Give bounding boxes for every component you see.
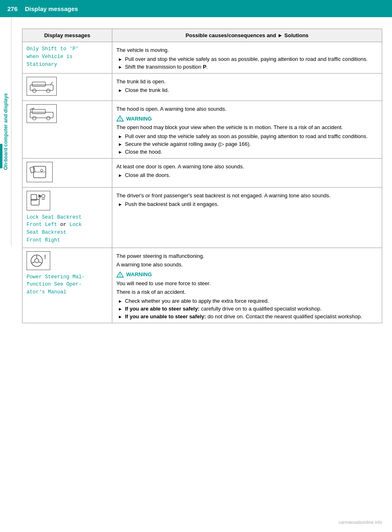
side-tab-label: On-board computer and displays: [3, 93, 9, 170]
arrow-text: Close the trunk lid.: [125, 87, 169, 93]
cause-text: You will need to use more force to steer…: [116, 279, 378, 288]
arrow-text: If you are able to steer safely: careful…: [125, 306, 322, 312]
table-row: The hood is open. A warning tone also so…: [22, 101, 382, 158]
door-car-svg: [29, 164, 50, 180]
causes-cell-shift-p: The vehicle is moving. ► Pull over and s…: [112, 42, 382, 74]
display-cell-trunk: [22, 73, 112, 101]
cause-text: The trunk lid is open.: [116, 78, 378, 86]
watermark: carmanualsonline.info: [339, 520, 382, 525]
arrow-text: Pull over and stop the vehicle safely as…: [125, 56, 368, 62]
trunk-car-svg: [29, 79, 54, 94]
door-open-icon: [27, 162, 53, 182]
cause-text: A warning tone also sounds.: [116, 261, 378, 269]
causes-cell-hood: The hood is open. A warning tone also so…: [112, 101, 382, 158]
side-tab-indicator: [0, 144, 2, 168]
svg-point-7: [33, 116, 36, 120]
arrow-text: Close the hood.: [125, 149, 162, 155]
warning-block: ! WARNING: [116, 271, 378, 278]
cause-text: The hood is open. A warning tone also so…: [116, 105, 378, 113]
table-row: The trunk lid is open. ► Close the trunk…: [22, 73, 382, 101]
warning-triangle-icon: !: [116, 271, 124, 278]
arrow-item: ► Pull over and stop the vehicle safely …: [116, 133, 378, 139]
causes-cell-door: At least one door is open. A warning ton…: [112, 158, 382, 187]
causes-cell-seat: The driver's or front passenger's seat b…: [112, 187, 382, 248]
power-steering-icon-wrap: !: [27, 251, 108, 272]
page-number: 276: [7, 5, 18, 12]
arrow-item: ► Shift the transmission to position P.: [116, 64, 378, 70]
cause-text: The open hood may block your view when t…: [116, 123, 378, 132]
cause-text: At least one door is open. A warning ton…: [116, 163, 378, 171]
svg-line-28: [39, 262, 42, 263]
seat-svg: ⯈: [29, 193, 47, 208]
ps-code-text: Power Steering Mal-function See Oper-ato…: [27, 274, 85, 295]
svg-line-4: [50, 82, 52, 85]
display-cell-hood: [22, 101, 112, 158]
arrow-icon: ►: [118, 150, 122, 154]
arrow-item: ► Secure the vehicle against rolling awa…: [116, 141, 378, 147]
arrow-text: Push the backrest back until it engages.: [125, 201, 219, 207]
arrow-icon: ►: [118, 299, 122, 304]
arrow-icon: ►: [118, 306, 122, 311]
display-cell-ps: ! Power Steering Mal-function See Oper-a…: [22, 248, 112, 323]
display-cell-door: [22, 158, 112, 187]
shift-p-text: Only Shift to 'P'when Vehicle isStationa…: [27, 46, 79, 67]
arrow-item: ► Check whether you are able to apply th…: [116, 298, 378, 304]
arrow-icon: ►: [118, 65, 122, 69]
svg-point-3: [47, 89, 50, 92]
table-row: ! Power Steering Mal-function See Oper-a…: [22, 248, 382, 323]
seat-code-text: Lock Seat BackrestFront Left or LockSeat…: [27, 215, 82, 243]
svg-point-25: [35, 259, 39, 263]
arrow-text: Shift the transmission to position P.: [125, 64, 208, 70]
cause-text: The power steering is malfunctioning.: [116, 252, 378, 260]
arrow-text: Secure the vehicle against rolling away …: [125, 141, 251, 147]
page-header: 276 Display messages: [0, 0, 392, 17]
svg-line-9: [30, 109, 31, 112]
side-tab: On-board computer and displays: [0, 17, 11, 246]
seat-backrest-icon: ⯈: [27, 191, 50, 210]
arrow-text: Close all the doors.: [125, 172, 170, 178]
arrow-text: If you are unable to steer safely: do no…: [125, 313, 362, 320]
arrow-icon: ►: [118, 202, 122, 207]
hood-open-icon: [27, 104, 57, 123]
table-row: Only Shift to 'P'when Vehicle isStationa…: [22, 42, 382, 74]
warning-label: WARNING: [126, 271, 152, 277]
display-messages-table: Display messages Possible causes/consequ…: [22, 29, 382, 323]
main-content: Display messages Possible causes/consequ…: [15, 17, 392, 331]
arrow-item: ► If you are able to steer safely: caref…: [116, 306, 378, 312]
svg-text:!: !: [120, 117, 121, 121]
svg-line-27: [31, 262, 35, 263]
causes-cell-ps: The power steering is malfunctioning. A …: [112, 248, 382, 323]
trunk-open-icon: [27, 77, 57, 96]
page-title: Display messages: [25, 5, 78, 12]
display-cell-shift-p: Only Shift to 'P'when Vehicle isStationa…: [22, 42, 112, 74]
warning-label: WARNING: [126, 116, 152, 122]
arrow-item: ► Pull over and stop the vehicle safely …: [116, 56, 378, 62]
svg-point-18: [40, 169, 43, 172]
svg-rect-17: [30, 166, 35, 172]
svg-text:⯈: ⯈: [38, 194, 42, 199]
arrow-item: ► Close the trunk lid.: [116, 87, 378, 93]
seat-backrest-icon-wrap: ⯈: [27, 191, 108, 212]
svg-rect-6: [32, 109, 46, 113]
arrow-icon: ►: [118, 57, 122, 62]
arrow-icon: ►: [118, 173, 122, 178]
svg-point-8: [47, 116, 50, 120]
arrow-item: ► If you are unable to steer safely: do …: [116, 313, 378, 320]
svg-text:!: !: [44, 254, 46, 260]
arrow-text: Check whether you are able to apply the …: [125, 298, 269, 304]
svg-text:!: !: [120, 273, 121, 277]
arrow-icon: ►: [118, 134, 122, 139]
arrow-icon: ►: [118, 314, 122, 319]
col-header-display: Display messages: [22, 29, 112, 42]
causes-cell-trunk: The trunk lid is open. ► Close the trunk…: [112, 73, 382, 101]
svg-point-2: [33, 89, 36, 92]
warning-block: ! WARNING: [116, 115, 378, 122]
svg-rect-1: [32, 82, 46, 86]
table-row: ⯈ Lock Seat BackrestFront Left or LockSe…: [22, 187, 382, 248]
cause-text: There is a risk of an accident.: [116, 288, 378, 296]
arrow-item: ► Push the backrest back until it engage…: [116, 201, 378, 207]
power-steering-icon: !: [27, 251, 50, 270]
arrow-icon: ►: [118, 142, 122, 147]
display-cell-seat: ⯈ Lock Seat BackrestFront Left or LockSe…: [22, 187, 112, 248]
arrow-item: ► Close the hood.: [116, 149, 378, 155]
